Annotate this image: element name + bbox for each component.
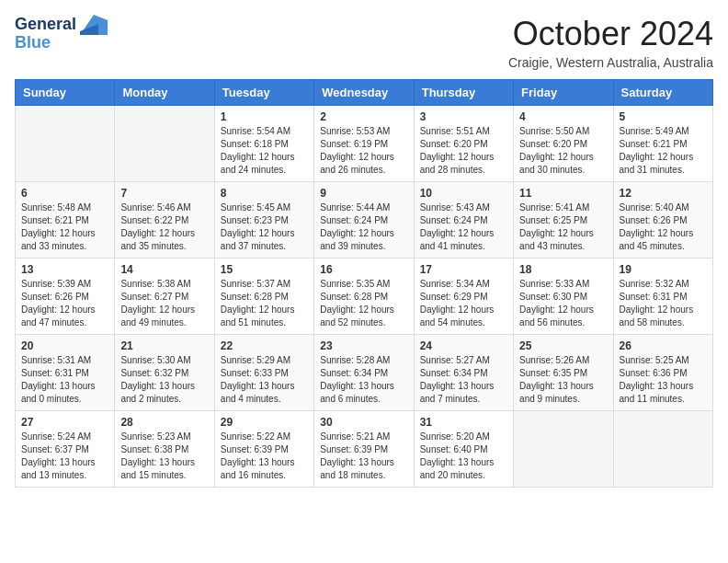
day-number: 9	[320, 187, 407, 200]
calendar-cell: 30Sunrise: 5:21 AMSunset: 6:39 PMDayligh…	[314, 411, 414, 488]
day-number: 28	[120, 416, 208, 429]
calendar-cell: 5Sunrise: 5:49 AMSunset: 6:21 PMDaylight…	[613, 106, 712, 182]
calendar-cell	[115, 106, 214, 182]
calendar-cell: 17Sunrise: 5:34 AMSunset: 6:29 PMDayligh…	[414, 259, 513, 335]
weekday-header-row: SundayMondayTuesdayWednesdayThursdayFrid…	[16, 80, 713, 106]
day-number: 27	[21, 416, 108, 429]
day-info: Sunrise: 5:45 AMSunset: 6:23 PMDaylight:…	[221, 201, 308, 253]
month-title: October 2024	[508, 15, 713, 53]
logo-text: General	[15, 15, 108, 35]
day-number: 26	[620, 339, 707, 352]
day-info: Sunrise: 5:27 AMSunset: 6:34 PMDaylight:…	[420, 354, 507, 406]
day-info: Sunrise: 5:41 AMSunset: 6:25 PMDaylight:…	[519, 201, 607, 253]
calendar-cell: 4Sunrise: 5:50 AMSunset: 6:20 PMDaylight…	[514, 106, 613, 182]
calendar-cell: 29Sunrise: 5:22 AMSunset: 6:39 PMDayligh…	[214, 411, 313, 488]
calendar-cell: 26Sunrise: 5:25 AMSunset: 6:36 PMDayligh…	[613, 335, 712, 411]
day-number: 15	[221, 263, 308, 276]
day-number: 22	[221, 339, 308, 352]
day-info: Sunrise: 5:21 AMSunset: 6:39 PMDaylight:…	[320, 431, 407, 482]
day-number: 23	[320, 339, 407, 352]
day-number: 29	[221, 416, 308, 429]
location-text: Craigie, Western Australia, Australia	[508, 55, 713, 70]
day-number: 4	[519, 110, 607, 123]
calendar-cell	[514, 411, 613, 488]
calendar-cell: 31Sunrise: 5:20 AMSunset: 6:40 PMDayligh…	[414, 411, 513, 488]
day-info: Sunrise: 5:35 AMSunset: 6:28 PMDaylight:…	[320, 278, 407, 329]
day-number: 17	[420, 263, 507, 276]
day-number: 3	[420, 110, 507, 123]
calendar-cell: 2Sunrise: 5:53 AMSunset: 6:19 PMDaylight…	[314, 106, 414, 182]
weekday-header-monday: Monday	[115, 80, 214, 106]
calendar-cell: 7Sunrise: 5:46 AMSunset: 6:22 PMDaylight…	[115, 182, 214, 259]
calendar-table: SundayMondayTuesdayWednesdayThursdayFrid…	[15, 79, 713, 488]
page-header: General Blue October 2024 Craigie, Weste…	[15, 15, 713, 70]
day-info: Sunrise: 5:53 AMSunset: 6:19 PMDaylight:…	[320, 125, 407, 177]
calendar-cell: 21Sunrise: 5:30 AMSunset: 6:32 PMDayligh…	[115, 335, 214, 411]
calendar-cell: 3Sunrise: 5:51 AMSunset: 6:20 PMDaylight…	[414, 106, 513, 182]
calendar-cell: 15Sunrise: 5:37 AMSunset: 6:28 PMDayligh…	[214, 259, 313, 335]
calendar-cell: 24Sunrise: 5:27 AMSunset: 6:34 PMDayligh…	[414, 335, 513, 411]
day-number: 24	[420, 339, 507, 352]
day-info: Sunrise: 5:31 AMSunset: 6:31 PMDaylight:…	[21, 354, 108, 406]
calendar-week-row: 13Sunrise: 5:39 AMSunset: 6:26 PMDayligh…	[16, 259, 713, 335]
calendar-cell: 28Sunrise: 5:23 AMSunset: 6:38 PMDayligh…	[115, 411, 214, 488]
weekday-header-sunday: Sunday	[16, 80, 115, 106]
day-number: 31	[420, 416, 507, 429]
day-info: Sunrise: 5:25 AMSunset: 6:36 PMDaylight:…	[620, 354, 707, 406]
day-info: Sunrise: 5:30 AMSunset: 6:32 PMDaylight:…	[120, 354, 208, 406]
day-info: Sunrise: 5:26 AMSunset: 6:35 PMDaylight:…	[519, 354, 607, 406]
logo: General Blue	[15, 15, 108, 52]
day-info: Sunrise: 5:33 AMSunset: 6:30 PMDaylight:…	[519, 278, 607, 329]
day-info: Sunrise: 5:49 AMSunset: 6:21 PMDaylight:…	[620, 125, 707, 177]
calendar-cell	[16, 106, 115, 182]
calendar-cell: 16Sunrise: 5:35 AMSunset: 6:28 PMDayligh…	[314, 259, 414, 335]
day-info: Sunrise: 5:29 AMSunset: 6:33 PMDaylight:…	[221, 354, 308, 406]
day-number: 7	[120, 187, 208, 200]
day-number: 6	[21, 187, 108, 200]
calendar-cell: 20Sunrise: 5:31 AMSunset: 6:31 PMDayligh…	[16, 335, 115, 411]
day-info: Sunrise: 5:38 AMSunset: 6:27 PMDaylight:…	[120, 278, 208, 329]
day-info: Sunrise: 5:37 AMSunset: 6:28 PMDaylight:…	[221, 278, 308, 329]
calendar-cell	[613, 411, 712, 488]
day-number: 14	[120, 263, 208, 276]
day-number: 18	[519, 263, 607, 276]
calendar-cell: 18Sunrise: 5:33 AMSunset: 6:30 PMDayligh…	[514, 259, 613, 335]
calendar-week-row: 6Sunrise: 5:48 AMSunset: 6:21 PMDaylight…	[16, 182, 713, 259]
logo-blue: Blue	[15, 33, 108, 52]
day-info: Sunrise: 5:20 AMSunset: 6:40 PMDaylight:…	[420, 431, 507, 482]
day-info: Sunrise: 5:54 AMSunset: 6:18 PMDaylight:…	[221, 125, 308, 177]
day-number: 10	[420, 187, 507, 200]
day-number: 12	[620, 187, 707, 200]
day-number: 11	[519, 187, 607, 200]
calendar-cell: 13Sunrise: 5:39 AMSunset: 6:26 PMDayligh…	[16, 259, 115, 335]
day-info: Sunrise: 5:24 AMSunset: 6:37 PMDaylight:…	[21, 431, 108, 482]
day-info: Sunrise: 5:51 AMSunset: 6:20 PMDaylight:…	[420, 125, 507, 177]
day-info: Sunrise: 5:28 AMSunset: 6:34 PMDaylight:…	[320, 354, 407, 406]
day-info: Sunrise: 5:46 AMSunset: 6:22 PMDaylight:…	[120, 201, 208, 253]
calendar-cell: 9Sunrise: 5:44 AMSunset: 6:24 PMDaylight…	[314, 182, 414, 259]
title-block: October 2024 Craigie, Western Australia,…	[508, 15, 713, 70]
calendar-cell: 6Sunrise: 5:48 AMSunset: 6:21 PMDaylight…	[16, 182, 115, 259]
calendar-cell: 11Sunrise: 5:41 AMSunset: 6:25 PMDayligh…	[514, 182, 613, 259]
day-info: Sunrise: 5:48 AMSunset: 6:21 PMDaylight:…	[21, 201, 108, 253]
calendar-week-row: 27Sunrise: 5:24 AMSunset: 6:37 PMDayligh…	[16, 411, 713, 488]
weekday-header-tuesday: Tuesday	[214, 80, 313, 106]
calendar-cell: 19Sunrise: 5:32 AMSunset: 6:31 PMDayligh…	[613, 259, 712, 335]
calendar-cell: 12Sunrise: 5:40 AMSunset: 6:26 PMDayligh…	[613, 182, 712, 259]
day-info: Sunrise: 5:39 AMSunset: 6:26 PMDaylight:…	[21, 278, 108, 329]
day-number: 16	[320, 263, 407, 276]
day-info: Sunrise: 5:43 AMSunset: 6:24 PMDaylight:…	[420, 201, 507, 253]
day-number: 30	[320, 416, 407, 429]
calendar-cell: 25Sunrise: 5:26 AMSunset: 6:35 PMDayligh…	[514, 335, 613, 411]
calendar-cell: 1Sunrise: 5:54 AMSunset: 6:18 PMDaylight…	[214, 106, 313, 182]
calendar-cell: 14Sunrise: 5:38 AMSunset: 6:27 PMDayligh…	[115, 259, 214, 335]
weekday-header-friday: Friday	[514, 80, 613, 106]
calendar-week-row: 20Sunrise: 5:31 AMSunset: 6:31 PMDayligh…	[16, 335, 713, 411]
day-number: 20	[21, 339, 108, 352]
calendar-cell: 22Sunrise: 5:29 AMSunset: 6:33 PMDayligh…	[214, 335, 313, 411]
day-number: 21	[120, 339, 208, 352]
day-info: Sunrise: 5:40 AMSunset: 6:26 PMDaylight:…	[620, 201, 707, 253]
day-number: 1	[221, 110, 308, 123]
day-info: Sunrise: 5:22 AMSunset: 6:39 PMDaylight:…	[221, 431, 308, 482]
day-info: Sunrise: 5:44 AMSunset: 6:24 PMDaylight:…	[320, 201, 407, 253]
